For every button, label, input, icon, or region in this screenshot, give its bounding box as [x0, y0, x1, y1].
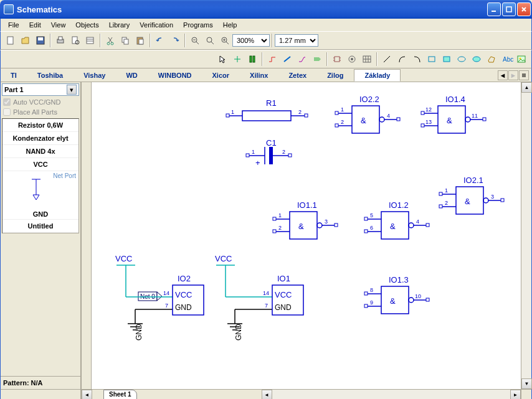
undo-icon[interactable] [153, 34, 167, 47]
svg-rect-70 [246, 154, 249, 157]
menu-library[interactable]: Library [104, 20, 135, 30]
new-file-icon[interactable] [4, 34, 17, 47]
rect-tool-icon[interactable] [425, 52, 439, 66]
wire-icon[interactable] [265, 52, 279, 66]
svg-rect-31 [314, 57, 319, 61]
part-selector[interactable]: Part 1 ▾ [2, 83, 79, 96]
menu-view[interactable]: View [46, 20, 71, 30]
cursor-icon[interactable] [216, 52, 229, 66]
svg-rect-9 [87, 37, 93, 44]
menu-help[interactable]: Help [218, 20, 242, 30]
libtab-vishay[interactable]: Vishay [74, 70, 116, 81]
list-item[interactable]: NAND 4x [2, 145, 78, 158]
libtab-ti[interactable]: TI [1, 70, 27, 81]
hscroll-right-icon[interactable]: ► [510, 390, 521, 399]
libtab-zaklady[interactable]: Základy [354, 69, 401, 82]
save-file-icon[interactable] [34, 34, 47, 47]
poly-tool-icon[interactable] [485, 52, 498, 66]
svg-text:1: 1 [445, 187, 448, 194]
titles-icon[interactable] [83, 34, 97, 47]
image-tool-icon[interactable] [515, 52, 528, 66]
menu-edit[interactable]: Edit [24, 20, 46, 30]
line-tool-icon[interactable] [380, 52, 394, 66]
grid-select[interactable]: 1.27 mm [275, 34, 318, 47]
print-icon[interactable] [54, 34, 67, 47]
libtab-zilog[interactable]: Zilog [317, 70, 354, 81]
svg-text:2: 2 [298, 109, 302, 115]
text-tool-icon[interactable]: Abc [500, 52, 513, 66]
sheet-icon[interactable] [245, 52, 259, 66]
redo-icon[interactable] [168, 34, 182, 47]
app-icon [4, 4, 14, 14]
svg-rect-109 [439, 205, 442, 208]
svg-rect-32 [335, 57, 340, 62]
svg-text:1: 1 [252, 149, 255, 155]
zoom-select[interactable]: 300% [232, 34, 270, 47]
pinpad-icon[interactable] [345, 52, 359, 66]
libtab-right-icon[interactable]: ► [508, 70, 518, 80]
paste-icon[interactable] [133, 34, 147, 47]
svg-line-43 [384, 56, 390, 62]
list-item[interactable]: VCC [2, 158, 78, 171]
libtab-left-icon[interactable]: ◄ [498, 70, 508, 80]
list-item-netport[interactable]: Net Port GND [2, 171, 78, 220]
list-item[interactable]: Untitled [2, 220, 78, 233]
zoom-out-icon[interactable] [188, 34, 202, 47]
vertical-scrollbar[interactable]: ▲ ▼ [521, 82, 531, 389]
rectfill-tool-icon[interactable] [440, 52, 454, 66]
menu-verification[interactable]: Verification [135, 20, 178, 30]
zoom-in-icon[interactable] [218, 34, 232, 47]
libtab-winbond[interactable]: WINBOND [148, 70, 202, 81]
close-button[interactable] [517, 2, 531, 16]
svg-text:4: 4 [387, 113, 390, 119]
copy-icon[interactable] [118, 34, 132, 47]
svg-text:GND: GND [234, 324, 243, 340]
sheet-prev-icon[interactable]: ◄ [82, 390, 92, 399]
svg-text:9: 9 [370, 299, 373, 306]
print-preview-icon[interactable] [69, 34, 82, 47]
svg-text:&: & [447, 116, 452, 125]
ellipsefill-tool-icon[interactable] [470, 52, 483, 66]
libtab-xicor[interactable]: Xicor [202, 70, 240, 81]
libtab-toshiba[interactable]: Toshiba [27, 70, 74, 81]
menu-file[interactable]: File [3, 20, 24, 30]
svg-text:10: 10 [415, 293, 421, 299]
arc2-tool-icon[interactable] [410, 52, 424, 66]
list-item[interactable]: Kondenzator elyt [2, 132, 78, 145]
menu-objects[interactable]: Objects [70, 20, 103, 30]
hscroll-left-icon[interactable]: ◄ [262, 390, 272, 399]
sheet-tabs-row: ◄ Sheet 1 ◄ ► [0, 389, 532, 399]
svg-point-92 [465, 117, 470, 122]
svg-rect-0 [492, 11, 496, 12]
horizontal-scrollbar[interactable] [272, 390, 510, 399]
menu-programs[interactable]: Programs [178, 20, 218, 30]
minimize-button[interactable] [487, 2, 501, 16]
partpins-icon[interactable] [330, 52, 344, 66]
libtab-zetex[interactable]: Zetex [278, 70, 317, 81]
svg-text:5: 5 [370, 212, 373, 218]
svg-text:+: + [255, 158, 260, 167]
libtab-xilinx[interactable]: Xilinx [240, 70, 278, 81]
open-file-icon[interactable] [19, 34, 32, 47]
component-icon[interactable] [230, 52, 244, 66]
libtab-dropdown-icon[interactable] [519, 70, 529, 80]
list-item[interactable]: Rezistor 0,6W [2, 119, 78, 132]
cut-icon[interactable] [103, 34, 117, 47]
table-icon[interactable] [360, 52, 374, 66]
maximize-button[interactable] [502, 2, 516, 16]
svg-text:IO1.3: IO1.3 [389, 275, 409, 284]
svg-rect-61 [226, 114, 229, 117]
netport-icon[interactable] [310, 52, 324, 66]
svg-text:VCC: VCC [115, 254, 132, 263]
ellipse-tool-icon[interactable] [455, 52, 468, 66]
libtab-wd[interactable]: WD [116, 70, 148, 81]
zoom-fit-icon[interactable] [203, 34, 217, 47]
svg-text:&: & [465, 197, 470, 206]
library-tabs: TI Toshiba Vishay WD WINBOND Xicor Xilin… [0, 68, 532, 82]
canvas[interactable]: R1 1 2 C1 1 2 + [82, 82, 531, 389]
arc-tool-icon[interactable] [395, 52, 409, 66]
bus-icon[interactable] [280, 52, 294, 66]
sheet-tab[interactable]: Sheet 1 [103, 390, 137, 399]
busconn-icon[interactable] [295, 52, 309, 66]
svg-point-38 [351, 58, 353, 60]
